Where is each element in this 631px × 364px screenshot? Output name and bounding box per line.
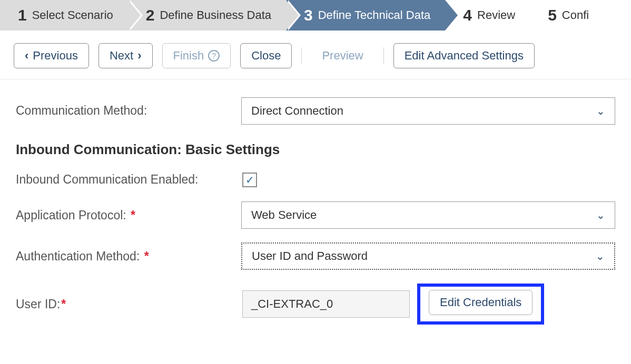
separator [383, 47, 384, 64]
user-id-value: _CI-EXTRAC_0 [251, 297, 333, 311]
inbound-enabled-label: Inbound Communication Enabled: [16, 171, 242, 188]
select-value: User ID and Password [252, 249, 368, 263]
required-indicator: * [61, 297, 66, 311]
step-number: 3 [304, 6, 313, 24]
button-label: Preview [322, 49, 363, 63]
check-icon: ✓ [245, 174, 254, 186]
inbound-enabled-checkbox[interactable]: ✓ [242, 173, 257, 187]
step-2[interactable]: 2 Define Business Data [128, 0, 286, 31]
chevron-right-icon: › [137, 49, 141, 63]
section-title: Inbound Communication: Basic Settings [16, 141, 615, 158]
step-label: Confi [562, 8, 589, 22]
edit-credentials-highlight: Edit Credentials [417, 284, 544, 325]
separator [301, 47, 302, 64]
required-indicator: * [144, 249, 149, 263]
help-icon: ? [208, 50, 220, 62]
button-label: Close [251, 49, 281, 63]
chevron-down-icon: ⌄ [596, 105, 605, 117]
button-label: Next [110, 49, 133, 63]
step-number: 2 [146, 6, 155, 24]
application-protocol-select[interactable]: Web Service ⌄ [241, 201, 615, 229]
authentication-method-select[interactable]: User ID and Password ⌄ [241, 242, 615, 270]
chevron-down-icon: ⌄ [596, 209, 605, 221]
edit-advanced-settings-button[interactable]: Edit Advanced Settings [393, 43, 535, 68]
select-value: Web Service [251, 208, 317, 222]
chevron-left-icon: ‹ [25, 49, 28, 63]
toolbar: ‹ Previous Next › Finish ? Close Preview… [0, 31, 631, 79]
required-indicator: * [131, 208, 135, 222]
edit-credentials-button[interactable]: Edit Credentials [429, 290, 533, 315]
step-number: 1 [18, 6, 27, 24]
button-label: Edit Credentials [440, 296, 521, 309]
step-1[interactable]: 1 Select Scenario [0, 0, 128, 31]
button-label: Edit Advanced Settings [405, 49, 524, 63]
button-label: Finish [173, 49, 204, 63]
communication-method-label: Communication Method: [16, 103, 241, 119]
select-value: Direct Connection [251, 104, 343, 118]
chevron-down-icon: ⌄ [596, 250, 605, 262]
step-number: 4 [463, 6, 472, 24]
step-label: Review [477, 8, 515, 22]
next-button[interactable]: Next › [98, 43, 153, 68]
user-id-label: User ID:* [16, 296, 242, 312]
wizard-stepper: 1 Select Scenario 2 Define Business Data… [0, 0, 631, 31]
authentication-method-label: Authentication Method: * [16, 248, 241, 265]
button-label: Previous [33, 49, 78, 63]
form-content: Communication Method: Direct Connection … [0, 79, 631, 354]
application-protocol-label: Application Protocol: * [16, 207, 241, 224]
step-label: Define Technical Data [318, 8, 431, 22]
preview-button: Preview [311, 43, 373, 68]
user-id-field: _CI-EXTRAC_0 [242, 290, 410, 318]
step-label: Select Scenario [32, 8, 113, 22]
close-button[interactable]: Close [240, 43, 292, 68]
communication-method-select[interactable]: Direct Connection ⌄ [241, 97, 615, 125]
step-number: 5 [548, 6, 557, 24]
previous-button[interactable]: ‹ Previous [14, 43, 89, 68]
finish-button: Finish ? [162, 43, 231, 68]
step-label: Define Business Data [160, 8, 271, 22]
step-3[interactable]: 3 Define Technical Data [286, 0, 445, 31]
